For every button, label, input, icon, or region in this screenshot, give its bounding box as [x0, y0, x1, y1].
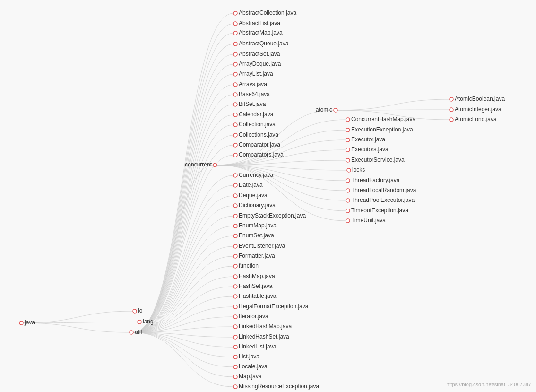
watermark: https://blog.csdn.net/sinat_34067387 — [446, 382, 531, 387]
